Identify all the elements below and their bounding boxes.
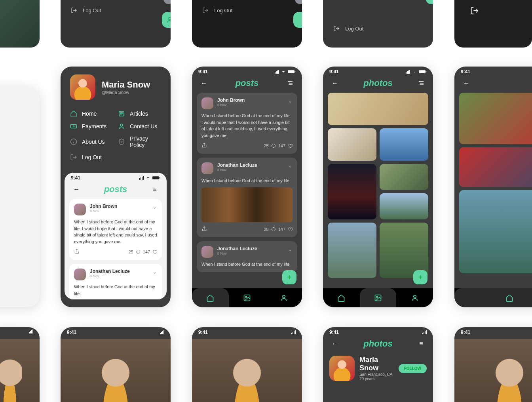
back-button[interactable]: ← (329, 338, 340, 349)
nav-home[interactable] (454, 288, 532, 307)
menu-home[interactable]: Home (70, 110, 113, 117)
post-text: When I stand before God at the end of my… (74, 219, 157, 245)
heart-icon[interactable] (288, 143, 293, 148)
chevron-down-icon[interactable]: ⌄ (152, 204, 157, 210)
profile-handle: @Maria Snow (102, 90, 150, 95)
menu-contact[interactable]: Contact Us (118, 123, 161, 130)
chevron-down-icon[interactable]: ⌄ (152, 269, 157, 275)
share-icon[interactable] (201, 143, 207, 149)
avatar[interactable] (70, 74, 95, 100)
photo-tile[interactable] (328, 128, 376, 161)
photo-tile[interactable] (328, 164, 376, 219)
photo-tile[interactable] (380, 128, 428, 161)
avatar[interactable] (74, 269, 86, 280)
frag-menu-3: Log Out + (323, 0, 433, 48)
fab-add[interactable]: + (413, 270, 428, 284)
photo-tile[interactable] (328, 93, 428, 125)
chevron-down-icon[interactable]: ⌄ (288, 162, 293, 169)
back-button[interactable]: ← (198, 78, 209, 89)
nav-profile-pill[interactable] (293, 12, 302, 28)
post-text: When I stand before God at the end of my… (201, 112, 293, 139)
contact-icon (118, 123, 125, 130)
menu-button[interactable]: ≡ (149, 184, 160, 195)
avatar[interactable] (329, 356, 355, 381)
logout-icon[interactable] (470, 6, 479, 15)
comment-icon[interactable] (271, 227, 276, 232)
logout-row[interactable]: Log Out (323, 25, 433, 32)
heart-icon[interactable] (288, 227, 293, 232)
photo-tile[interactable] (380, 193, 428, 219)
photo-tile[interactable] (380, 223, 428, 278)
nav-photos[interactable] (229, 288, 266, 307)
wifi-icon (281, 70, 286, 74)
menu-button[interactable]: ≡ (416, 338, 427, 349)
back-button[interactable]: ← (71, 184, 82, 195)
photo-tile[interactable] (459, 190, 532, 273)
post-card[interactable]: John Brown 8 Nov ⌄ When I stand before G… (69, 199, 162, 260)
hero-image (0, 339, 40, 402)
like-count: 147 (278, 227, 285, 232)
post-card[interactable]: Jonathan Lecluze 8 Nov ⌄ When I stand be… (197, 241, 297, 272)
post-card[interactable]: Jonathan Lecluze 8 Nov ⌄ When I stand be… (197, 158, 297, 237)
status-time: 9:41 (461, 69, 470, 74)
photo-tile[interactable] (459, 93, 532, 144)
share-icon[interactable] (74, 249, 80, 255)
nav-profile-pill[interactable] (162, 12, 171, 28)
menu-button[interactable] (285, 78, 296, 89)
bottom-nav (323, 288, 433, 307)
frag-card (0, 0, 40, 48)
menu-button[interactable] (416, 78, 427, 89)
svg-rect-16 (426, 71, 427, 72)
logout-row[interactable]: Log Out (192, 7, 302, 13)
menu-logout[interactable]: Log Out (70, 154, 113, 161)
peek-light-posts: 9:41 ... Whenwouldtalengave ⇪ (0, 87, 40, 307)
home-icon (206, 294, 214, 302)
fab-add[interactable]: + (282, 270, 296, 284)
fab-add[interactable]: + (426, 0, 433, 4)
share-icon[interactable] (201, 226, 207, 232)
comment-icon[interactable] (136, 250, 141, 254)
post-author: John Brown (90, 204, 148, 209)
avatar[interactable] (201, 97, 213, 109)
post-image[interactable] (201, 187, 293, 222)
chevron-down-icon[interactable]: ⌄ (288, 97, 293, 104)
post-card[interactable]: John Brown 8 Nov ⌄ When I stand before G… (197, 93, 297, 154)
comment-icon[interactable] (271, 143, 276, 148)
post-author: John Brown (217, 97, 284, 103)
menu-privacy[interactable]: Privacy Policy (118, 135, 161, 148)
menu-payments[interactable]: Payments (70, 123, 113, 130)
back-button[interactable]: ← (461, 78, 472, 89)
nav-photos[interactable] (360, 288, 397, 307)
photo-tile[interactable] (328, 223, 376, 278)
avatar[interactable] (201, 162, 213, 174)
svg-point-13 (245, 296, 247, 297)
status-time: 9:41 (461, 330, 470, 335)
svg-point-3 (73, 126, 74, 127)
back-button[interactable]: ← (329, 78, 340, 89)
menu-about[interactable]: About Us (70, 135, 113, 148)
photo-tile[interactable] (459, 147, 532, 187)
post-date: 8 Nov (90, 209, 148, 213)
heart-icon[interactable] (152, 250, 157, 254)
fab-add[interactable]: + (295, 0, 302, 4)
frag-menu-1: Log Out + (61, 0, 171, 48)
chevron-down-icon[interactable]: ⌄ (288, 246, 293, 252)
logout-row[interactable]: Log Out (61, 7, 171, 13)
fab-add[interactable]: + (163, 0, 171, 4)
nav-profile[interactable] (396, 288, 433, 307)
avatar[interactable] (201, 246, 213, 258)
post-author: Jonathan Lecluze (90, 269, 148, 274)
screen-profile-hero-peek (0, 327, 40, 402)
avatar[interactable] (74, 204, 86, 215)
wifi-icon (412, 70, 417, 74)
nav-home[interactable] (192, 288, 229, 307)
svg-point-11 (272, 227, 275, 231)
nav-profile[interactable] (265, 288, 302, 307)
menu-articles[interactable]: Articles (118, 110, 161, 117)
nav-home[interactable] (323, 288, 360, 307)
post-card[interactable]: Jonathan Lecluze 8 Nov ⌄ When I stand be… (69, 264, 162, 299)
photo-tile[interactable] (380, 164, 428, 190)
follow-button[interactable]: FOLLOW (399, 364, 427, 373)
status-time: 9:41 (198, 330, 208, 335)
svg-rect-2 (71, 125, 77, 128)
